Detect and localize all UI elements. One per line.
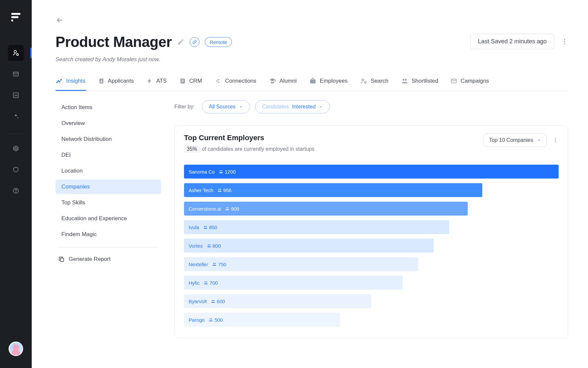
rail-item-settings[interactable] [8,141,24,156]
sparkle-icon [13,113,19,120]
svg-point-28 [555,140,556,141]
sidenav-item-location[interactable]: Location [55,164,161,178]
rail-item-people-search[interactable] [8,45,24,61]
svg-point-13 [61,79,62,80]
alumni-icon [269,77,276,85]
rail-item-security[interactable] [8,162,24,178]
tab-label: Alumni [279,78,297,84]
bar-row: Hyfic700 [184,276,559,290]
svg-rect-19 [182,82,183,83]
more-vertical-icon [561,38,568,45]
insights-sidenav: Action ItemsOverviewNetwork Distribution… [55,100,161,338]
bar-asher-tech[interactable]: Asher Tech956 [184,183,482,197]
sidenav-item-companies[interactable]: Companies [55,180,161,194]
bar-hyfic[interactable]: Hyfic700 [184,276,403,290]
bar-parogo[interactable]: Parogo500 [184,313,340,327]
top-n-selector[interactable]: Top 10 Companies [484,134,547,147]
sidenav-divider [58,247,159,247]
rail-item-help[interactable] [8,183,24,199]
applicants-icon [98,78,105,84]
tab-label: Employees [320,78,348,84]
header-more-button[interactable] [561,38,568,45]
help-icon [13,187,19,194]
user-avatar[interactable] [9,342,23,356]
link-icon [192,40,197,44]
bar-label: Nexteller [189,262,208,267]
tab-label: Insights [66,78,86,84]
bar-count: 956 [217,187,232,193]
sidenav-item-findem-magic[interactable]: Findem Magic [55,227,161,242]
bar-count: 1200 [219,169,236,175]
filter-sources[interactable]: All Sources [202,100,250,113]
svg-point-10 [56,82,57,83]
filter-sources-label: All Sources [209,104,236,110]
sidenav-item-network-distribution[interactable]: Network Distribution [55,132,161,146]
bar-cornerstone-ai[interactable]: Cornerstone.ai909 [184,202,468,216]
svg-point-34 [226,207,227,209]
generate-report-button[interactable]: Generate Report [55,253,161,266]
remote-badge[interactable]: Remote [205,37,232,47]
card-subtitle: 35%of candidates are currently employed … [184,145,314,153]
svg-point-36 [204,226,205,227]
connections-icon [215,77,222,85]
svg-point-4 [15,148,17,149]
card-more-button[interactable] [552,137,559,143]
back-button[interactable] [55,16,64,24]
sidenav-item-overview[interactable]: Overview [55,116,161,131]
tab-campaigns[interactable]: Campaigns [450,77,490,91]
bar-ivula[interactable]: Ivula850 [184,220,449,234]
insights-icon [56,78,63,84]
filter-candidates-value: Interested [292,104,315,110]
card-title: Top Current Employers [184,134,314,142]
tab-alumni[interactable]: Alumni [268,77,297,91]
tab-employees[interactable]: Employees [309,77,348,91]
tab-search[interactable]: Search [359,77,389,91]
tab-shortlisted[interactable]: Shortlisted [400,77,439,91]
bar-label: Cornerstone.ai [189,206,221,212]
svg-rect-14 [99,79,103,84]
linked-badge[interactable] [190,37,200,47]
pencil-icon [177,38,184,46]
bar-label: Parogo [189,317,204,323]
svg-point-46 [209,318,211,320]
bar-count: 909 [225,206,239,212]
rail-item-ai[interactable] [8,108,24,124]
bar-count: 500 [208,317,223,323]
last-saved-chip: Last Saved 2 minutes ago [470,34,554,49]
copy-icon [58,256,65,263]
page-title: Product Manager [55,34,172,50]
tab-label: Applicants [108,78,134,84]
sidenav-item-education-and-experience[interactable]: Education and Experience [55,211,161,226]
tab-connections[interactable]: Connections [214,77,257,91]
rail-item-mail[interactable] [8,66,24,82]
svg-rect-26 [60,258,64,262]
bar-bytevolt[interactable]: ByteVolt600 [184,294,371,308]
svg-point-47 [211,318,212,320]
bar-count: 750 [212,262,226,267]
svg-point-35 [228,207,229,209]
bar-sanoma-co[interactable]: Sanoma Co1200 [184,165,559,179]
svg-point-39 [209,244,210,246]
more-vertical-icon [552,137,559,143]
sidenav-item-top-skills[interactable]: Top Skills [55,195,161,210]
svg-point-31 [221,170,223,172]
filter-label: Filter by: [174,104,195,110]
tab-crm[interactable]: CRM [179,77,203,91]
svg-point-32 [218,189,220,190]
edit-title-button[interactable] [177,38,184,46]
tab-insights[interactable]: Insights [55,77,86,91]
sidenav-item-dei[interactable]: DEI [55,148,161,162]
tab-label: ATS [156,78,167,84]
bar-nexteller[interactable]: Nexteller750 [184,257,418,271]
rail-item-analytics[interactable] [8,87,24,103]
svg-point-44 [212,300,213,301]
tab-applicants[interactable]: Applicants [97,77,134,91]
bar-vortex[interactable]: Vortex800 [184,239,434,253]
svg-point-43 [206,281,207,283]
tabs: InsightsApplicantsATSCRMConnectionsAlumn… [55,77,568,91]
tab-ats[interactable]: ATS [146,77,167,91]
sidenav-item-action-items[interactable]: Action Items [55,100,161,115]
shield-icon [13,166,19,173]
bar-label: Ivula [189,225,199,230]
filter-candidates[interactable]: Candidates Interested [255,100,330,113]
